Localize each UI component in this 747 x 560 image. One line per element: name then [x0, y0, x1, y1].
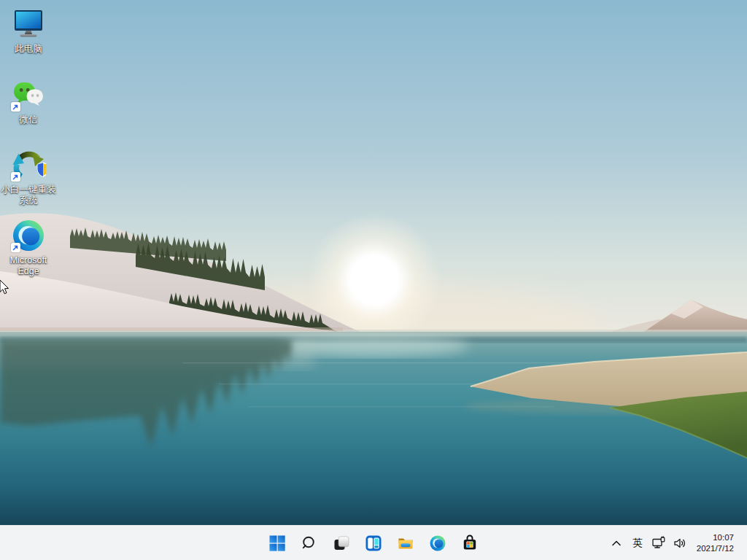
widgets-button[interactable] — [357, 527, 390, 559]
shortcut-arrow-icon — [11, 243, 20, 252]
edge-icon — [429, 534, 446, 552]
task-view-icon — [333, 534, 350, 552]
file-explorer-icon — [397, 534, 414, 552]
clock-date: 2021/7/12 — [697, 543, 734, 554]
chevron-up-icon — [609, 536, 624, 551]
this-pc-icon — [11, 7, 46, 42]
network-button[interactable] — [649, 529, 670, 558]
wallpaper-image — [0, 0, 747, 525]
xiaobai-reinstall-icon — [11, 147, 46, 182]
clock-time: 10:07 — [697, 532, 734, 543]
show-hidden-icons-button[interactable] — [606, 529, 627, 558]
ime-language-label: 英 — [632, 537, 643, 550]
task-view-button[interactable] — [325, 527, 357, 559]
search-button[interactable] — [293, 527, 325, 559]
desktop-icon-xiaobai-reinstall[interactable]: 小白一键重装系统 — [0, 147, 57, 207]
wechat-icon — [11, 77, 46, 112]
windows-start-icon — [268, 534, 286, 552]
desktop-icon-wechat[interactable]: 微信 — [0, 77, 57, 125]
desktop-icon-microsoft-edge[interactable]: Microsoft Edge — [0, 218, 57, 278]
shortcut-arrow-icon — [11, 102, 20, 112]
shortcut-arrow-icon — [11, 172, 20, 182]
desktop-icon-label: 微信 — [20, 114, 38, 125]
ethernet-network-icon — [651, 535, 667, 551]
widgets-icon — [365, 534, 382, 552]
start-button[interactable] — [261, 527, 293, 559]
taskbar-center-buttons — [261, 526, 486, 560]
desktop-screen: 此电脑 微信 — [0, 0, 747, 560]
search-icon — [301, 534, 318, 552]
desktop-icon-label: 小白一键重装系统 — [0, 184, 57, 207]
edge-icon — [11, 218, 46, 253]
edge-button[interactable] — [422, 527, 454, 559]
ime-language-button[interactable]: 英 — [627, 529, 649, 558]
store-button[interactable] — [454, 527, 486, 559]
desktop-icon-this-pc[interactable]: 此电脑 — [0, 7, 57, 55]
clock-button[interactable]: 10:07 2021/7/12 — [691, 529, 738, 558]
desktop-icon-label: 此电脑 — [15, 44, 42, 55]
file-explorer-button[interactable] — [390, 527, 422, 559]
taskbar: 英 10:07 2021/7/12 — [0, 525, 747, 560]
speaker-icon — [672, 535, 688, 551]
desktop-icon-label: Microsoft Edge — [0, 255, 57, 278]
volume-button[interactable] — [670, 529, 691, 558]
store-icon — [461, 534, 479, 552]
system-tray: 英 10:07 2021/7/12 — [606, 526, 747, 560]
